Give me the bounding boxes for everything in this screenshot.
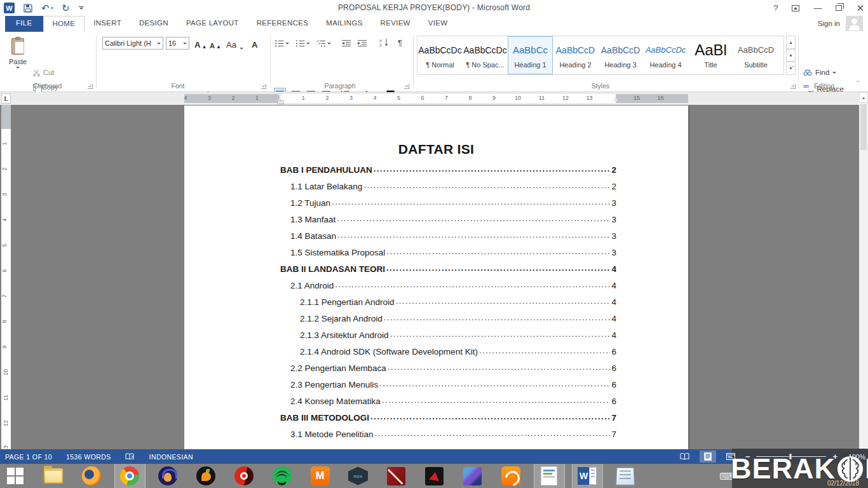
print-layout-icon[interactable] bbox=[700, 451, 716, 463]
toc-entry[interactable]: BAB I PENDAHULUAN2 bbox=[280, 164, 616, 180]
style-heading-2[interactable]: AaBbCcDHeading 2 bbox=[553, 36, 598, 74]
minimize-icon[interactable]: — bbox=[813, 4, 822, 12]
toc-entry[interactable]: 1.2 Tujuan3 bbox=[280, 197, 616, 214]
toc-page-number: 6 bbox=[611, 363, 616, 373]
restore-icon[interactable] bbox=[836, 5, 842, 11]
clipboard-dialog-launcher[interactable] bbox=[88, 84, 93, 89]
document-page[interactable]: DAFTAR ISI BAB I PENDAHULUAN21.1 Latar B… bbox=[184, 105, 688, 449]
ribbon-display-options-icon[interactable] bbox=[792, 5, 799, 11]
help-icon[interactable]: ? bbox=[773, 4, 778, 12]
pes-game-taskbar-icon[interactable] bbox=[463, 466, 482, 486]
styles-scroll-down-icon[interactable]: ▼ bbox=[786, 49, 796, 62]
cut-button[interactable]: Cut bbox=[33, 69, 54, 76]
toc-entry[interactable]: 1.4 Batasan3 bbox=[280, 230, 616, 247]
first-line-indent-marker[interactable] bbox=[277, 93, 282, 97]
read-mode-icon[interactable] bbox=[677, 451, 693, 463]
toc-entry[interactable]: 2.3 Pengertian Menulis6 bbox=[280, 379, 616, 395]
document-viewer-taskbar-icon[interactable] bbox=[539, 466, 559, 486]
tab-home[interactable]: HOME bbox=[43, 16, 85, 32]
toc-entry[interactable]: 3.1 Metode Penelitian7 bbox=[280, 428, 616, 445]
vertical-scrollbar[interactable]: ▲ bbox=[859, 92, 868, 449]
style-no-spac[interactable]: AaBbCcDc¶ No Spac... bbox=[463, 36, 508, 74]
multilevel-list-button[interactable] bbox=[317, 37, 331, 50]
file-explorer-taskbar-icon[interactable] bbox=[43, 466, 63, 486]
font-name-combo[interactable]: Calibri Light (H bbox=[102, 37, 163, 50]
left-indent-marker[interactable] bbox=[278, 101, 283, 104]
toc-entry[interactable]: 1.5 Sistematika Proposal3 bbox=[280, 247, 616, 263]
tab-insert[interactable]: INSERT bbox=[85, 16, 130, 32]
toc-entry[interactable]: 2.1.3 Arsitektur Android4 bbox=[280, 329, 616, 346]
change-case-button[interactable]: Aa bbox=[226, 37, 243, 50]
proofing-errors-icon[interactable] bbox=[125, 453, 135, 461]
toc-entry[interactable]: 2.1.1 Pengertian Android4 bbox=[280, 296, 616, 313]
toc-entry[interactable]: 2.1.2 Sejarah Android4 bbox=[280, 313, 616, 329]
decrease-indent-button[interactable] bbox=[342, 37, 351, 50]
toc-entry[interactable]: 1.1 Latar Belakang2 bbox=[280, 180, 616, 197]
grow-font-button[interactable]: A▲ bbox=[194, 37, 207, 50]
styles-more-icon[interactable]: ▼̅ bbox=[786, 62, 796, 75]
page-indicator[interactable]: PAGE 1 OF 10 bbox=[5, 453, 52, 461]
shrink-font-button[interactable]: A▲ bbox=[210, 37, 221, 50]
style-subtitle[interactable]: AaBbCcDSubtitle bbox=[733, 36, 778, 74]
firefox-taskbar-icon[interactable] bbox=[81, 466, 101, 486]
style-heading-4[interactable]: AaBbCcDcHeading 4 bbox=[643, 36, 688, 74]
red-blade-game-taskbar-icon[interactable] bbox=[386, 466, 406, 486]
bullets-button[interactable] bbox=[275, 37, 289, 50]
nox-player-taskbar-icon[interactable]: nox bbox=[348, 466, 368, 486]
style-title[interactable]: AaBlTitle bbox=[688, 36, 733, 74]
collapse-ribbon-icon[interactable]: ˆ bbox=[857, 80, 859, 88]
garena-taskbar-icon[interactable] bbox=[424, 466, 444, 486]
audacity-taskbar-icon[interactable] bbox=[158, 466, 177, 486]
font-size-combo[interactable]: 16 bbox=[166, 37, 189, 50]
scroll-up-icon[interactable]: ▲ bbox=[859, 92, 868, 103]
tab-view[interactable]: VIEW bbox=[419, 16, 457, 32]
toc-entry[interactable]: 2.1 Android4 bbox=[280, 280, 616, 296]
tab-review[interactable]: REVIEW bbox=[372, 16, 419, 32]
numbering-button[interactable] bbox=[296, 37, 310, 50]
sign-in-link[interactable]: Sign in bbox=[818, 20, 840, 27]
ruler-number: 12 bbox=[3, 420, 9, 426]
style-normal[interactable]: AaBbCcDc¶ Normal bbox=[417, 36, 463, 74]
sort-button[interactable]: AZ bbox=[379, 36, 389, 48]
uc-browser-taskbar-icon[interactable] bbox=[501, 466, 520, 486]
start-taskbar-icon[interactable] bbox=[5, 466, 25, 486]
toc-entry[interactable]: 1.3 Manfaat3 bbox=[280, 214, 616, 230]
toc-entry[interactable]: BAB II LANDASAN TEORI4 bbox=[280, 263, 616, 280]
toc-entry[interactable]: 2.1.4 Android SDK (Software Development … bbox=[280, 346, 616, 362]
language-indicator[interactable]: INDONESIAN bbox=[149, 453, 193, 461]
toc-entry[interactable]: BAB III METODOLOGI7 bbox=[280, 412, 616, 428]
red-disc-media-app-taskbar-icon[interactable] bbox=[234, 466, 254, 486]
scrollbar-thumb[interactable] bbox=[860, 104, 867, 150]
styles-dialog-launcher[interactable] bbox=[790, 84, 796, 89]
right-indent-marker[interactable] bbox=[613, 97, 618, 101]
spotify-taskbar-icon[interactable] bbox=[272, 466, 292, 486]
tab-design[interactable]: DESIGN bbox=[130, 16, 177, 32]
find-button[interactable]: Find bbox=[803, 69, 836, 76]
show-hide-paragraph-marks-button[interactable]: ¶ bbox=[398, 36, 402, 49]
paragraph-dialog-launcher[interactable] bbox=[404, 84, 409, 89]
increase-indent-button[interactable] bbox=[358, 37, 367, 50]
word-taskbar-icon[interactable]: W bbox=[577, 466, 597, 486]
tab-references[interactable]: REFERENCES bbox=[248, 16, 318, 32]
user-avatar[interactable] bbox=[846, 16, 863, 31]
style-heading-1[interactable]: AaBbCcHeading 1 bbox=[508, 36, 553, 74]
style-heading-3[interactable]: AaBbCcDHeading 3 bbox=[598, 36, 643, 74]
word-count[interactable]: 1536 WORDS bbox=[66, 453, 111, 461]
notepad-taskbar-icon[interactable] bbox=[615, 466, 635, 486]
tab-file[interactable]: FILE bbox=[5, 16, 43, 32]
orange-m-app-taskbar-icon[interactable]: M bbox=[310, 466, 330, 486]
close-icon[interactable]: ✕ bbox=[856, 3, 864, 13]
paste-button[interactable]: Paste bbox=[5, 36, 31, 86]
toc-entry[interactable]: 2.2 Pengertian Membaca6 bbox=[280, 362, 616, 379]
toc-page-number: 3 bbox=[611, 198, 616, 208]
tab-page-layout[interactable]: PAGE LAYOUT bbox=[177, 16, 248, 32]
tab-mailings[interactable]: MAILINGS bbox=[317, 16, 371, 32]
font-dialog-launcher[interactable] bbox=[261, 84, 266, 89]
ruler-number: 11 bbox=[3, 395, 9, 400]
styles-scroll-up-icon[interactable]: ▲ bbox=[786, 36, 796, 49]
chrome-taskbar-icon[interactable] bbox=[119, 466, 139, 486]
ruler-number: 16 bbox=[657, 95, 663, 101]
toc-entry[interactable]: 2.4 Konsep Matematika6 bbox=[280, 395, 616, 412]
fl-studio-taskbar-icon[interactable] bbox=[196, 466, 215, 486]
tab-selector[interactable]: L bbox=[1, 93, 11, 104]
